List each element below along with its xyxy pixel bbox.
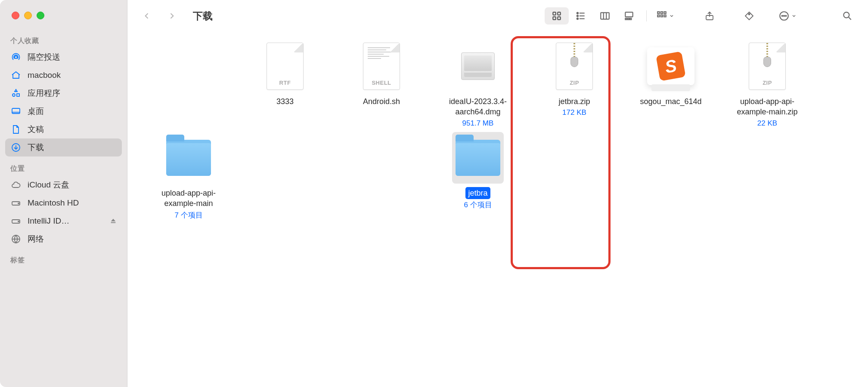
rtf-file-icon: RTF xyxy=(259,40,311,92)
sidebar-item-desktop[interactable]: 桌面 xyxy=(5,102,122,120)
eject-icon[interactable] xyxy=(110,218,117,224)
window-controls xyxy=(5,0,122,29)
sidebar-item-downloads[interactable]: 下载 xyxy=(5,138,122,157)
svg-rect-28 xyxy=(664,15,666,17)
actions-button[interactable] xyxy=(778,10,797,22)
file-grid[interactable]: RTF 3333 SHELL Android.sh ideaIU-2023.3.… xyxy=(127,32,868,387)
minimize-button[interactable] xyxy=(24,12,32,19)
cloud-icon xyxy=(10,179,22,190)
tags-button[interactable] xyxy=(739,7,760,25)
disk-icon xyxy=(10,215,22,227)
sidebar-item-label: iCloud 云盘 xyxy=(28,179,69,190)
svg-rect-21 xyxy=(628,18,629,19)
svg-rect-19 xyxy=(625,12,632,17)
sidebar-section-tags: 标签 xyxy=(5,248,122,267)
svg-rect-26 xyxy=(657,15,659,17)
svg-point-30 xyxy=(749,14,750,15)
sidebar-item-home[interactable]: macbook xyxy=(5,66,122,84)
file-item[interactable]: SHELL Android.sh xyxy=(333,40,430,128)
view-gallery-button[interactable] xyxy=(617,7,641,25)
svg-rect-9 xyxy=(111,222,116,223)
svg-rect-24 xyxy=(661,12,663,13)
zip-file-icon: ZIP xyxy=(741,40,793,92)
svg-rect-27 xyxy=(661,15,663,17)
sidebar-item-airdrop[interactable]: 隔空投送 xyxy=(5,48,122,66)
file-item[interactable]: upload-app-api-example-main 7 个项目 xyxy=(140,132,237,221)
sidebar-item-label: 隔空投送 xyxy=(28,52,60,63)
file-meta: 951.7 MB xyxy=(462,119,494,128)
sidebar-item-label: macbook xyxy=(28,71,61,80)
apps-icon xyxy=(10,88,22,99)
app-file-icon: S xyxy=(645,40,697,92)
file-item[interactable]: ZIP upload-app-api-example-main.zip 22 K… xyxy=(719,40,815,128)
forward-button[interactable] xyxy=(165,9,178,22)
shell-file-icon: SHELL xyxy=(356,40,407,92)
sidebar-item-label: 下载 xyxy=(28,142,44,153)
view-list-button[interactable] xyxy=(569,7,593,25)
file-meta: 22 KB xyxy=(757,119,777,128)
svg-point-35 xyxy=(843,12,849,18)
sidebar-item-network[interactable]: 网络 xyxy=(5,230,122,248)
group-by-button[interactable] xyxy=(656,10,674,22)
svg-rect-3 xyxy=(12,108,20,114)
download-icon xyxy=(10,142,22,153)
sidebar-item-applications[interactable]: 应用程序 xyxy=(5,84,122,102)
toolbar-separator xyxy=(646,10,647,22)
file-meta: 172 KB xyxy=(562,108,586,117)
svg-point-34 xyxy=(785,15,786,16)
sidebar-item-intellij[interactable]: IntelliJ ID… xyxy=(5,212,122,230)
svg-point-16 xyxy=(577,15,578,16)
sidebar-item-documents[interactable]: 文稿 xyxy=(5,120,122,138)
home-icon xyxy=(10,70,22,81)
nav-arrows xyxy=(140,9,178,22)
svg-rect-2 xyxy=(17,94,19,96)
document-icon xyxy=(10,124,22,135)
svg-rect-14 xyxy=(558,17,561,19)
desktop-icon xyxy=(10,106,22,117)
svg-point-15 xyxy=(577,12,578,14)
toolbar: 下载 xyxy=(127,0,868,32)
file-name: ideaIU-2023.3.4-aarch64.dmg xyxy=(433,95,523,118)
sidebar: 个人收藏 隔空投送 macbook 应用程序 桌面 文稿 下载 位置 iC xyxy=(0,0,127,387)
back-button[interactable] xyxy=(140,9,153,22)
svg-rect-23 xyxy=(657,12,659,13)
svg-rect-18 xyxy=(601,12,609,19)
sidebar-section-locations: 位置 xyxy=(5,157,122,176)
svg-point-1 xyxy=(12,94,15,96)
dmg-file-icon xyxy=(452,40,504,92)
svg-point-0 xyxy=(15,56,17,58)
file-item[interactable]: S sogou_mac_614d xyxy=(623,40,719,128)
file-name: upload-app-api-example-main xyxy=(143,187,234,210)
file-name: sogou_mac_614d xyxy=(637,95,704,108)
disk-icon xyxy=(10,197,22,209)
sidebar-item-icloud[interactable]: iCloud 云盘 xyxy=(5,176,122,194)
file-item[interactable]: jetbra 6 个项目 xyxy=(430,132,526,221)
file-item[interactable]: RTF 3333 xyxy=(237,40,333,128)
file-meta: 7 个项目 xyxy=(174,210,202,220)
svg-rect-22 xyxy=(630,18,631,19)
view-columns-button[interactable] xyxy=(593,7,617,25)
finder-window: 个人收藏 隔空投送 macbook 应用程序 桌面 文稿 下载 位置 iC xyxy=(0,0,868,387)
svg-point-17 xyxy=(577,18,578,19)
search-button[interactable] xyxy=(837,7,858,25)
sidebar-item-label: 网络 xyxy=(28,233,44,245)
share-button[interactable] xyxy=(699,7,720,25)
window-title: 下载 xyxy=(193,9,213,23)
globe-icon xyxy=(10,233,22,245)
svg-point-6 xyxy=(18,203,19,204)
svg-rect-11 xyxy=(553,12,556,15)
view-icons-button[interactable] xyxy=(545,7,569,25)
sidebar-item-label: 应用程序 xyxy=(28,88,60,99)
sidebar-item-label: Macintosh HD xyxy=(28,198,79,208)
file-meta: 6 个项目 xyxy=(464,200,492,210)
file-item[interactable]: ZIP jetbra.zip 172 KB xyxy=(526,40,623,128)
svg-point-33 xyxy=(784,15,784,16)
folder-icon xyxy=(163,132,214,184)
close-button[interactable] xyxy=(12,12,19,19)
fullscreen-button[interactable] xyxy=(37,12,44,19)
file-name: 3333 xyxy=(274,95,296,108)
sidebar-section-favorites: 个人收藏 xyxy=(5,29,122,48)
file-name: Android.sh xyxy=(360,95,403,108)
sidebar-item-macintosh-hd[interactable]: Macintosh HD xyxy=(5,194,122,212)
file-item[interactable]: ideaIU-2023.3.4-aarch64.dmg 951.7 MB xyxy=(430,40,526,128)
